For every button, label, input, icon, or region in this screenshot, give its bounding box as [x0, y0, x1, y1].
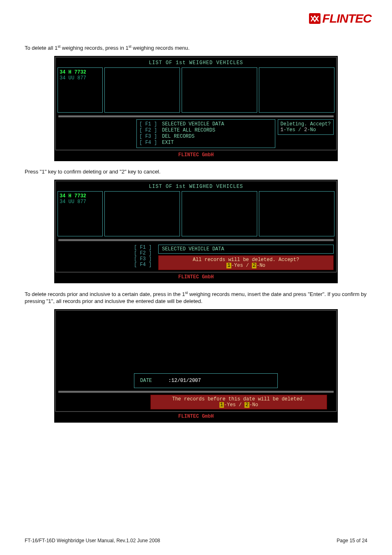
logo-icon — [309, 13, 321, 24]
delete-before-date-warning: The records before this date will be del… — [150, 395, 327, 409]
terminal-title: LIST OF 1st WEIGHED VEHICLES — [56, 58, 336, 67]
fkey-labels: [ F1 ] [ F2 ] [ F3 ] [ F4 ] — [139, 121, 157, 146]
terminal-screenshot-3: DATE :12/01/2007 The records before this… — [54, 309, 338, 423]
terminal-brand: FLINTEC GmbH — [55, 273, 337, 282]
brand-logo: FLINTEC — [309, 12, 371, 25]
footer-left: FT-16/FT-16D Weighbridge User Manual, Re… — [25, 538, 160, 543]
plate-selected: 34 H 7732 — [60, 69, 101, 75]
date-label: DATE — [140, 378, 152, 384]
column-box — [182, 67, 257, 113]
terminal-screenshot-2: LIST OF 1st WEIGHED VEHICLES 34 H 7732 3… — [54, 180, 338, 283]
para-1: To delete all 1st weighing records, pres… — [25, 44, 367, 52]
confirm-panel: Deleting. Accept? 1-Yes / 2-No — [278, 119, 334, 135]
date-input-panel: DATE :12/01/2007 — [134, 373, 278, 388]
plate-item: 34 UU 877 — [60, 75, 101, 81]
column-box — [182, 191, 257, 236]
plate-item: 34 UU 877 — [60, 199, 101, 205]
plate-list: 34 H 7732 34 UU 877 — [58, 191, 103, 236]
divider — [58, 239, 334, 241]
logo-text: FLINTEC — [322, 12, 371, 25]
column-box — [104, 67, 180, 113]
column-box — [259, 191, 334, 236]
date-value: :12/01/2007 — [168, 378, 201, 384]
fkey-labels: [ F1 ] [ F2 ] [ F3 ] [ F4 ] — [134, 245, 152, 268]
fkey-actions: SELECTED VEHICLE DATA DELETE ALL RECORDS… — [162, 121, 224, 146]
para-3: To delete records prior and inclusive to… — [25, 291, 367, 305]
terminal-brand: FLINTEC GmbH — [55, 150, 337, 160]
para-2: Press "1" key to confirm deleting or and… — [25, 169, 367, 176]
function-keys-panel: [ F1 ] [ F2 ] [ F3 ] [ F4 ] SELECTED VEH… — [136, 119, 275, 148]
terminal-title: LIST OF 1st WEIGHED VEHICLES — [56, 181, 336, 190]
delete-warning: All records will be deleted. Accept? 1-Y… — [158, 255, 334, 270]
terminal-screenshot-1: LIST OF 1st WEIGHED VEHICLES 34 H 7732 3… — [54, 56, 338, 161]
plate-list: 34 H 7732 34 UU 877 — [58, 67, 103, 113]
column-box — [104, 191, 180, 236]
footer-right: Page 15 of 24 — [337, 538, 367, 543]
plate-selected: 34 H 7732 — [60, 193, 101, 199]
selected-vehicle-data-label: SELECTED VEHICLE DATA — [158, 245, 334, 254]
divider — [58, 115, 334, 118]
page-footer: FT-16/FT-16D Weighbridge User Manual, Re… — [25, 538, 367, 543]
divider — [58, 391, 334, 393]
terminal-brand: FLINTEC GmbH — [55, 412, 337, 422]
column-box — [259, 67, 334, 113]
